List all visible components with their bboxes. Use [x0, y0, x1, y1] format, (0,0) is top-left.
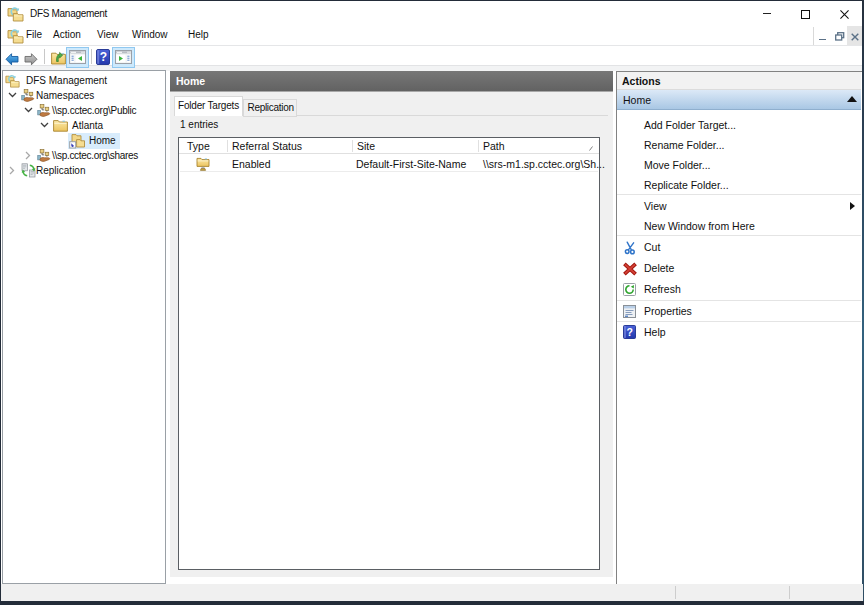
svg-text:?: ? [627, 326, 633, 338]
svg-text:?: ? [100, 50, 107, 64]
